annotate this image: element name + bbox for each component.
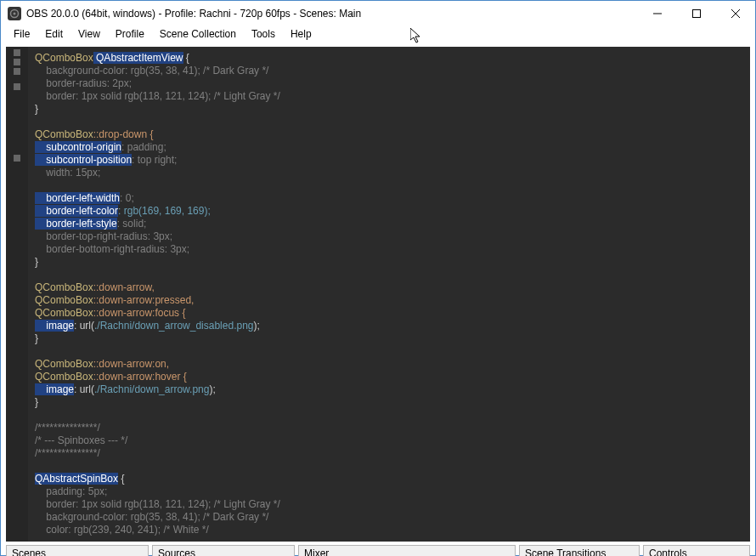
scenes-panel: Scenes Stream Start BRB Desktop Capture … [6,545,149,556]
controls-title: Controls [644,546,749,556]
menu-edit[interactable]: Edit [37,26,71,42]
minimize-button[interactable] [638,1,677,26]
mouse-cursor-icon [410,28,424,45]
menu-help[interactable]: Help [283,26,319,42]
menubar: File Edit View Profile Scene Collection … [1,26,755,42]
transitions-panel: Scene Transitions Fade + − Duration ▲ [519,545,640,556]
mixer-panel: Mixer Mic/Aux 0.0 dB Desk [298,545,516,556]
close-button[interactable] [716,1,755,26]
app-icon [8,7,21,20]
window-title: OBS 20.0.0 (64bit, windows) - Profile: R… [26,8,638,20]
code-gutter [6,47,28,542]
menu-profile[interactable]: Profile [108,26,152,42]
svg-point-1 [14,13,16,15]
transitions-title: Scene Transitions [520,546,639,556]
mixer-title: Mixer [299,546,515,556]
titlebar: OBS 20.0.0 (64bit, windows) - Profile: R… [1,1,755,26]
menu-file[interactable]: File [6,26,37,42]
menu-tools[interactable]: Tools [244,26,283,42]
scenes-title: Scenes [7,546,148,556]
menu-scene-collection[interactable]: Scene Collection [152,26,244,42]
code-editor: QComboBox QAbstractItemView { background… [28,47,750,542]
controls-panel: Controls Start Streaming Start Recording… [643,545,750,556]
sources-panel: Sources Window Capture Display Capture [152,545,295,556]
menu-view[interactable]: View [71,26,108,42]
svg-rect-3 [693,10,701,18]
maximize-button[interactable] [677,1,716,26]
sources-title: Sources [153,546,294,556]
preview-area[interactable]: QComboBox QAbstractItemView { background… [6,47,750,542]
